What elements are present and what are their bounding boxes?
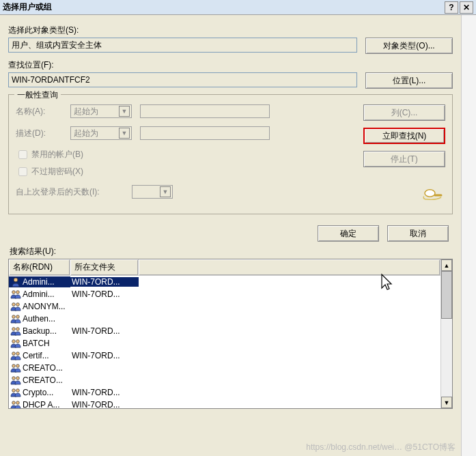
chevron-down-icon: ▼ bbox=[160, 186, 171, 197]
help-button[interactable]: ? bbox=[445, 1, 458, 14]
disabled-accounts-checkbox[interactable] bbox=[18, 150, 27, 159]
list-item[interactable]: Admini...WIN-7ORD... bbox=[9, 288, 440, 300]
object-types-button[interactable]: 对象类型(O)... bbox=[365, 38, 453, 54]
group-icon bbox=[10, 375, 21, 386]
item-folder: WIN-7ORD... bbox=[70, 351, 139, 360]
find-now-button[interactable]: 立即查找(N) bbox=[363, 128, 445, 144]
common-queries-legend: 一般性查询 bbox=[14, 89, 61, 101]
name-match-combo[interactable]: 起始为 ▼ bbox=[70, 104, 132, 118]
name-label: 名称(A): bbox=[16, 106, 70, 117]
svg-point-5 bbox=[12, 303, 16, 307]
name-match-value: 起始为 bbox=[74, 106, 98, 117]
list-item[interactable]: Admini...WIN-7ORD... bbox=[9, 276, 440, 288]
group-icon bbox=[10, 350, 21, 361]
right-margin bbox=[461, 15, 476, 456]
item-name: CREATO... bbox=[23, 375, 63, 385]
description-label: 描述(D): bbox=[16, 128, 70, 139]
vertical-scrollbar[interactable]: ▲ ▼ bbox=[440, 259, 452, 408]
svg-point-6 bbox=[16, 303, 20, 307]
common-queries-group: 一般性查询 名称(A): 起始为 ▼ 描述(D): 起始为 ▼ bbox=[8, 94, 453, 214]
scroll-down-button[interactable]: ▼ bbox=[441, 397, 452, 408]
columns-button[interactable]: 列(C)... bbox=[363, 104, 445, 121]
dialog-body: 选择此对象类型(S): 对象类型(O)... 查找位置(F): 位置(L)...… bbox=[0, 15, 461, 456]
list-item[interactable]: Authen... bbox=[9, 313, 440, 325]
listview-header: 名称(RDN) 所在文件夹 bbox=[9, 259, 440, 276]
svg-point-16 bbox=[16, 365, 20, 368]
non-expiring-password-checkbox[interactable] bbox=[18, 167, 27, 176]
svg-point-22 bbox=[16, 401, 20, 405]
item-folder: WIN-7ORD... bbox=[70, 277, 139, 287]
svg-point-14 bbox=[16, 352, 20, 356]
svg-point-12 bbox=[16, 340, 20, 343]
description-input[interactable] bbox=[140, 126, 270, 140]
svg-point-3 bbox=[12, 291, 16, 294]
svg-point-19 bbox=[12, 389, 16, 393]
svg-point-20 bbox=[16, 389, 20, 393]
group-icon bbox=[10, 387, 21, 398]
svg-point-21 bbox=[12, 401, 16, 405]
item-name: Certif... bbox=[23, 351, 49, 360]
scroll-up-button[interactable]: ▲ bbox=[441, 259, 452, 271]
window-title: 选择用户或组 bbox=[3, 1, 443, 13]
list-item[interactable]: ANONYM... bbox=[9, 300, 440, 313]
location-label: 查找位置(F): bbox=[8, 59, 453, 71]
watermark: https://blog.csdn.net/wei… @51CTO博客 bbox=[306, 442, 456, 453]
scroll-track[interactable] bbox=[441, 271, 452, 397]
item-folder: WIN-7ORD... bbox=[70, 326, 139, 336]
object-type-label: 选择此对象类型(S): bbox=[8, 25, 453, 36]
group-icon bbox=[10, 313, 21, 324]
list-item[interactable]: CREATO... bbox=[9, 362, 440, 374]
list-item[interactable]: Backup...WIN-7ORD... bbox=[9, 325, 440, 337]
non-expiring-password-label: 不过期密码(X) bbox=[31, 166, 83, 177]
disabled-accounts-label: 禁用的帐户(B) bbox=[31, 149, 83, 160]
locations-button[interactable]: 位置(L)... bbox=[365, 72, 453, 89]
svg-point-10 bbox=[16, 328, 20, 331]
svg-point-17 bbox=[12, 377, 16, 380]
days-since-logon-combo[interactable]: ▼ bbox=[132, 185, 173, 199]
list-item[interactable]: Crypto...WIN-7ORD... bbox=[9, 386, 440, 399]
column-header-name[interactable]: 名称(RDN) bbox=[9, 259, 70, 275]
item-folder: WIN-7ORD... bbox=[70, 388, 139, 397]
svg-point-15 bbox=[12, 365, 16, 368]
item-name: CREATO... bbox=[23, 363, 63, 373]
item-name: Backup... bbox=[23, 326, 57, 336]
ok-button[interactable]: 确定 bbox=[318, 225, 379, 242]
svg-point-9 bbox=[12, 328, 16, 331]
name-input[interactable] bbox=[140, 104, 270, 118]
item-folder: WIN-7ORD... bbox=[70, 400, 139, 408]
item-name: Admini... bbox=[23, 277, 55, 287]
results-listview[interactable]: 名称(RDN) 所在文件夹 Admini...WIN-7ORD...Admini… bbox=[8, 259, 453, 409]
svg-point-7 bbox=[12, 315, 16, 319]
group-icon bbox=[10, 362, 21, 373]
item-name: ANONYM... bbox=[23, 302, 66, 311]
list-item[interactable]: Certif...WIN-7ORD... bbox=[9, 350, 440, 362]
group-icon bbox=[10, 326, 21, 337]
list-item[interactable]: BATCH bbox=[9, 337, 440, 350]
days-since-logon-label: 自上次登录后的天数(I): bbox=[16, 186, 132, 198]
list-item[interactable]: DHCP A...WIN-7ORD... bbox=[9, 399, 440, 408]
list-item[interactable]: CREATO... bbox=[9, 374, 440, 386]
item-folder: WIN-7ORD... bbox=[70, 289, 139, 299]
titlebar: 选择用户或组 ? ✕ bbox=[0, 0, 476, 15]
svg-point-13 bbox=[12, 352, 16, 356]
close-button[interactable]: ✕ bbox=[460, 1, 473, 14]
item-name: Authen... bbox=[23, 314, 55, 324]
svg-point-11 bbox=[12, 340, 16, 343]
group-icon bbox=[10, 289, 21, 300]
stop-button[interactable]: 停止(T) bbox=[363, 151, 445, 167]
svg-point-18 bbox=[16, 377, 20, 380]
svg-point-4 bbox=[16, 291, 20, 294]
column-header-folder[interactable]: 所在文件夹 bbox=[70, 259, 139, 275]
item-name: Admini... bbox=[23, 289, 55, 299]
listview-body[interactable]: Admini...WIN-7ORD...Admini...WIN-7ORD...… bbox=[9, 276, 440, 408]
description-match-combo[interactable]: 起始为 ▼ bbox=[70, 126, 132, 140]
cancel-button[interactable]: 取消 bbox=[387, 225, 449, 242]
object-type-field bbox=[8, 38, 357, 53]
chevron-down-icon: ▼ bbox=[119, 106, 130, 117]
description-match-value: 起始为 bbox=[74, 128, 98, 139]
group-icon bbox=[10, 399, 21, 408]
location-field bbox=[8, 72, 357, 87]
group-icon bbox=[10, 301, 21, 312]
column-header-spacer bbox=[139, 259, 440, 275]
scroll-thumb[interactable] bbox=[441, 271, 452, 319]
